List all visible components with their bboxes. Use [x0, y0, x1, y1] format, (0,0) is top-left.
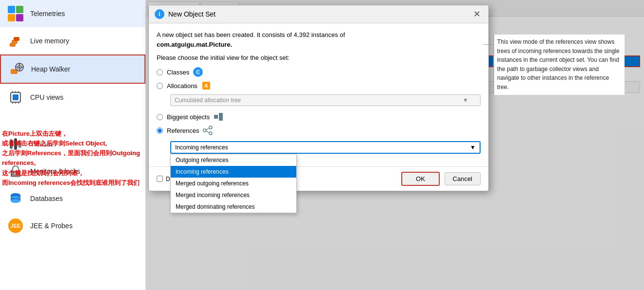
biggest-option-icon [214, 112, 223, 122]
references-option-icon [203, 126, 213, 135]
sidebar-item-jee-probes[interactable]: JEE JEE & Probes [0, 212, 145, 239]
svg-line-36 [206, 131, 209, 133]
radio-allocations[interactable] [157, 83, 163, 89]
refs-dropdown[interactable]: Incoming references ▼ [170, 141, 481, 154]
sidebar-label-databases: Databases [30, 195, 63, 202]
jee-icon: JEE [7, 217, 24, 235]
sidebar-label-cpu-views: CPU views [30, 93, 63, 101]
svg-line-35 [206, 128, 209, 130]
allocations-option-icon: A [201, 81, 211, 91]
ok-button[interactable]: OK [401, 172, 440, 186]
option-classes[interactable]: Classes C [157, 67, 481, 77]
radio-classes[interactable] [157, 69, 163, 75]
refs-dropdown-arrow: ▼ [470, 144, 476, 151]
refs-menu-outgoing[interactable]: Outgoing references [171, 154, 296, 166]
svg-point-33 [209, 126, 212, 129]
sidebar: Telemetries Live memory Heap Walker [0, 0, 146, 290]
dialog-side-description: This view mode of the references view sh… [493, 35, 625, 95]
databases-icon [7, 190, 24, 207]
dialog-body: A new object set has been created. It co… [149, 23, 488, 166]
classes-option-icon: C [193, 67, 203, 77]
refs-dropdown-container: Incoming references ▼ Outgoing reference… [170, 141, 481, 154]
sidebar-label-heap-walker: Heap Walker [31, 65, 70, 73]
option-allocations[interactable]: Allocations A [157, 81, 481, 91]
dialog-prompt: Please choose the initial view for the o… [157, 54, 481, 61]
sidebar-label-live-memory: Live memory [30, 37, 69, 45]
refs-dropdown-selected: Incoming references [175, 144, 228, 151]
svg-rect-30 [214, 115, 218, 119]
refs-dropdown-menu: Outgoing references Incoming references … [170, 154, 297, 213]
dialog-buttons: OK Cancel [401, 172, 481, 186]
option-references-label: References [167, 127, 199, 134]
sidebar-item-cpu-views[interactable]: CPU views [0, 84, 145, 111]
svg-rect-9 [13, 94, 18, 100]
dialog-options: Classes C Allocations A [157, 67, 481, 154]
option-allocations-label: Allocations [167, 82, 197, 90]
refs-menu-merged-dominating[interactable]: Merged dominating references [171, 201, 296, 213]
svg-point-34 [209, 132, 212, 135]
dialog-close-button[interactable]: ✕ [471, 10, 483, 18]
dialog-overlay: i New Object Set ✕ A new object set has … [146, 0, 644, 290]
new-object-set-dialog: i New Object Set ✕ A new object set has … [148, 5, 489, 191]
refs-menu-incoming[interactable]: Incoming references [171, 166, 296, 178]
sidebar-label-jee-probes: JEE & Probes [30, 222, 72, 230]
cumulated-label: Cumulated allocation tree [175, 97, 241, 104]
svg-point-25 [11, 199, 20, 203]
do-not-show-checkbox[interactable] [157, 176, 163, 182]
option-biggest-label: Biggest objects [167, 113, 210, 121]
radio-references[interactable] [157, 127, 163, 134]
option-biggest-objects[interactable]: Biggest objects [157, 112, 481, 122]
sidebar-item-databases[interactable]: Databases [0, 185, 145, 212]
chinese-annotation: 在Picture上双击左键， 或者单击右键之后学则Select Object, … [2, 129, 145, 188]
svg-text:A: A [204, 83, 208, 89]
option-references[interactable]: References [157, 126, 481, 135]
main-content: C Classes A A... Current object set: 4,3… [146, 0, 644, 290]
svg-rect-2 [14, 37, 19, 41]
sidebar-label-telemetries: Telemetries [30, 10, 65, 18]
cumulated-dropdown-arrow: ▼ [463, 97, 468, 104]
side-desc-connector [483, 44, 493, 45]
cancel-button[interactable]: Cancel [445, 172, 481, 185]
sidebar-item-telemetries[interactable]: Telemetries [0, 0, 145, 27]
dialog-title-text: New Object Set [168, 10, 471, 18]
svg-point-32 [203, 129, 206, 132]
sidebar-item-live-memory[interactable]: Live memory [0, 27, 145, 54]
cpu-icon [7, 89, 24, 106]
svg-rect-31 [219, 113, 223, 121]
option-classes-label: Classes [167, 69, 189, 76]
live-memory-icon [7, 32, 24, 50]
refs-menu-merged-incoming[interactable]: Merged incoming references [171, 189, 296, 201]
sidebar-item-heap-walker[interactable]: Heap Walker [0, 54, 145, 84]
radio-biggest[interactable] [157, 114, 163, 120]
refs-menu-merged-outgoing[interactable]: Merged outgoing references [171, 178, 296, 189]
dialog-description: A new object set has been created. It co… [157, 30, 481, 49]
dialog-title-icon: i [155, 9, 164, 19]
telemetry-icon [7, 5, 24, 22]
dialog-titlebar: i New Object Set ✕ [149, 5, 488, 23]
heap-walker-icon [8, 60, 25, 78]
cumulated-dropdown: Cumulated allocation tree ▼ [170, 94, 481, 106]
